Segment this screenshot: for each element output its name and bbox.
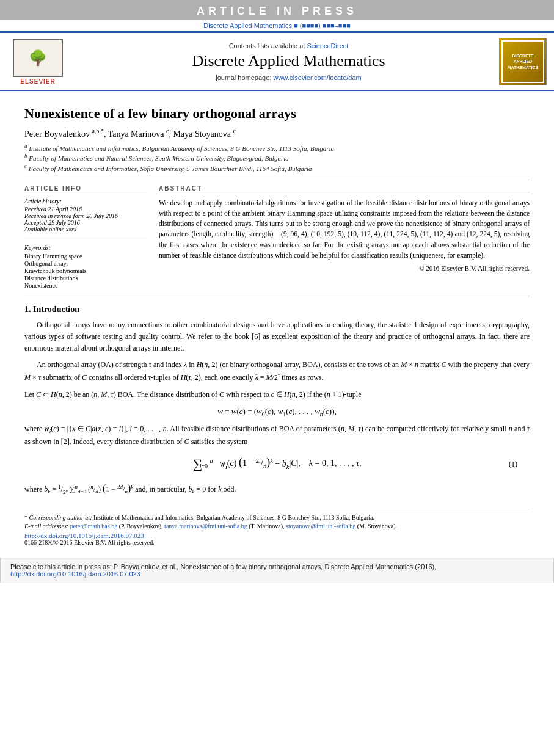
keyword-4: Distance distributions xyxy=(24,275,147,282)
article-history: Article history: Received 21 April 2016 … xyxy=(24,198,147,233)
logo-box: 🌳 xyxy=(13,39,63,77)
journal-title: Discrete Applied Mathematics xyxy=(78,52,499,70)
doi-link[interactable]: http://dx.doi.org/10.1016/j.dam.2016.07.… xyxy=(24,532,144,539)
keyword-5: Nonexistence xyxy=(24,282,147,289)
journal-logo-right: DISCRETEAPPLIEDMATHEMATICS xyxy=(499,38,547,85)
article-title: Nonexistence of a few binary orthogonal … xyxy=(24,106,530,122)
contents-text: Contents lists available at xyxy=(229,42,305,49)
page-footer: * Corresponding author at: Institute of … xyxy=(24,509,530,546)
keywords-section: Keywords: Binary Hamming space Orthogona… xyxy=(24,244,147,289)
intro-para-4: where wi(c) = |{x ∈ C|d(x, c) = i}|, i =… xyxy=(24,423,530,448)
keywords-label: Keywords: xyxy=(24,244,147,251)
received-date: Received 21 April 2016 xyxy=(24,206,147,213)
aip-subtitle-text: Discrete Applied Mathematics ■ (■■■■) ■■… xyxy=(203,22,351,29)
accepted-date: Accepted 29 July 2016 xyxy=(24,219,147,226)
email-boyvalenkov[interactable]: peter@math.bas.bg xyxy=(70,523,118,529)
intro-para-2: An orthogonal array (OA) of strength τ a… xyxy=(24,359,530,383)
divider-2 xyxy=(24,297,530,297)
affiliations: a Institute of Mathematics and Informati… xyxy=(24,143,530,172)
elsevier-label: ELSEVIER xyxy=(20,78,55,85)
homepage-url[interactable]: www.elsevier.com/locate/dam xyxy=(273,74,361,81)
journal-homepage: journal homepage: www.elsevier.com/locat… xyxy=(78,74,499,81)
abstract-copyright: © 2016 Elsevier B.V. All rights reserved… xyxy=(159,264,530,272)
history-label: Article history: xyxy=(24,198,147,205)
divider-keywords xyxy=(24,239,147,239)
article-meta-row: ARTICLE INFO Article history: Received 2… xyxy=(24,185,530,289)
article-info-col: ARTICLE INFO Article history: Received 2… xyxy=(24,185,147,289)
abstract-label: ABSTRACT xyxy=(159,185,530,194)
footer-doi: http://dx.doi.org/10.1016/j.dam.2016.07.… xyxy=(24,532,530,539)
email-marinova[interactable]: tanya.marinova@fmi.uni-sofia.bg xyxy=(164,523,247,529)
affiliation-b: b Faculty of Mathematics and Natural Sci… xyxy=(24,153,530,162)
page: ARTICLE IN PRESS Discrete Applied Mathem… xyxy=(0,0,554,756)
citation-bar: Please cite this article in press as: P.… xyxy=(0,558,554,583)
journal-logo-text: DISCRETEAPPLIEDMATHEMATICS xyxy=(508,53,539,70)
logo-tree-icon: 🌳 xyxy=(29,51,47,65)
equation-1: ∑ i=0 n wi(c) (1 − 2i/n)k = bk|C|, k = 0… xyxy=(37,456,517,472)
authors: Peter Boyvalenkov a,b,*, Tanya Marinova … xyxy=(24,128,530,139)
keywords-list: Binary Hamming space Orthogonal arrays K… xyxy=(24,253,147,289)
homepage-label: journal homepage: xyxy=(216,74,271,81)
journal-logo-inner: DISCRETEAPPLIEDMATHEMATICS xyxy=(501,40,544,83)
sciencedirect-link[interactable]: ScienceDirect xyxy=(307,42,348,49)
elsevier-logo: 🌳 ELSEVIER xyxy=(7,39,68,85)
article-info-label: ARTICLE INFO xyxy=(24,185,147,194)
journal-center: Contents lists available at ScienceDirec… xyxy=(78,42,499,81)
journal-header: 🌳 ELSEVIER Contents lists available at S… xyxy=(0,32,554,91)
eq1-number: (1) xyxy=(509,460,517,469)
affiliation-a: a Institute of Mathematics and Informati… xyxy=(24,143,530,152)
abstract-text: We develop and apply combinatorial algor… xyxy=(159,198,530,261)
footnote-star: * xyxy=(24,514,27,521)
email-stoyanova[interactable]: stoyanova@fmi.uni-sofia.bg xyxy=(286,523,355,529)
citation-doi-link[interactable]: http://dx.doi.org/10.1016/j.dam.2016.07.… xyxy=(10,570,140,578)
introduction-section: 1. Introduction Orthogonal arrays have m… xyxy=(24,305,530,496)
aip-banner: ARTICLE IN PRESS xyxy=(0,0,554,20)
main-content: Nonexistence of a few binary orthogonal … xyxy=(0,91,554,558)
footer-star-note: * Corresponding author at: Institute of … xyxy=(24,514,530,521)
abstract-col: ABSTRACT We develop and apply combinator… xyxy=(159,185,530,289)
contents-line: Contents lists available at ScienceDirec… xyxy=(78,42,499,49)
aip-subtitle: Discrete Applied Mathematics ■ (■■■■) ■■… xyxy=(0,20,554,32)
keyword-2: Orthogonal arrays xyxy=(24,260,147,267)
keyword-1: Binary Hamming space xyxy=(24,253,147,260)
footer-emails: E-mail addresses: peter@math.bas.bg (P. … xyxy=(24,523,530,529)
revised-date: Received in revised form 20 July 2016 xyxy=(24,213,147,219)
introduction-heading: 1. Introduction xyxy=(24,305,530,314)
footer-issn: 0166-218X/© 2016 Elsevier B.V. All right… xyxy=(24,539,530,546)
eq1-content: ∑ i=0 n wi(c) (1 − 2i/n)k = bk|C|, k = 0… xyxy=(192,456,361,472)
aip-banner-text: ARTICLE IN PRESS xyxy=(197,5,357,17)
affiliation-c: c Faculty of Mathematics and Informatics… xyxy=(24,163,530,172)
citation-text: Please cite this article in press as: P.… xyxy=(10,563,436,570)
eq-w-definition: w = w(c) = (w0(c), w1(c), . . . , wn(c))… xyxy=(49,407,505,418)
divider-1 xyxy=(24,180,530,180)
keyword-3: Krawtchouk polynomials xyxy=(24,267,147,274)
intro-para-1: Orthogonal arrays have many connections … xyxy=(24,319,530,355)
intro-para-5: where bk = 1/2n ∑nd=0 (n/d) (1 − 2d/n)k … xyxy=(24,481,530,496)
intro-para-3: Let C ⊂ H(n, 2) be an (n, M, τ) BOA. The… xyxy=(24,389,530,401)
available-online: Available online xxxx xyxy=(24,226,147,233)
